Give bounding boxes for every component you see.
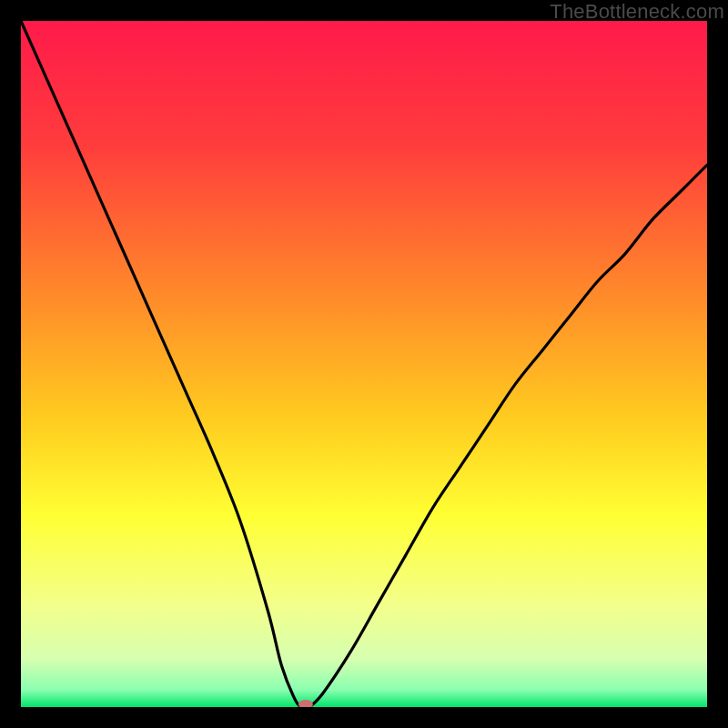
chart-svg [21,21,707,707]
chart-frame [21,21,707,707]
gradient-background [21,21,707,707]
watermark-text: TheBottleneck.com [550,0,724,24]
